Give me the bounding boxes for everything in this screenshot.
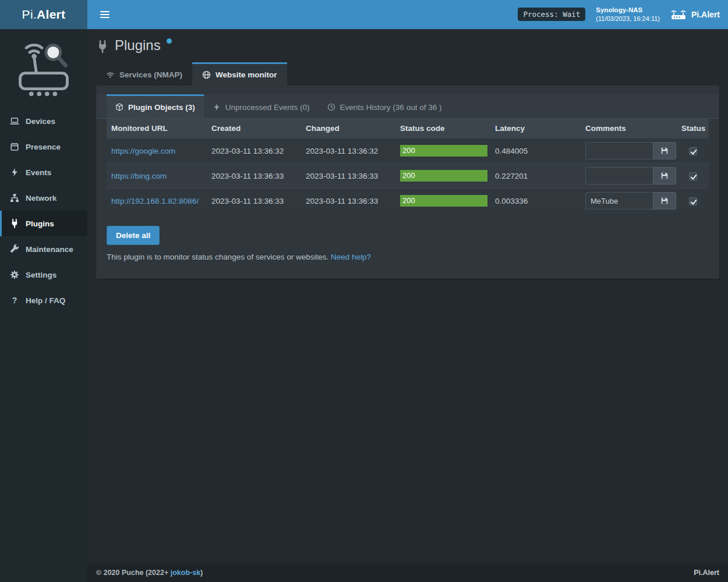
- page-title-text: Plugins: [115, 36, 161, 54]
- clock-icon: [327, 103, 335, 111]
- need-help-link[interactable]: Need help?: [331, 253, 371, 261]
- sidebar-item-presence[interactable]: Presence: [0, 134, 87, 159]
- sidebar-item-label: Maintenance: [26, 245, 73, 254]
- navbar-right: Process: Wait Synology-NAS (11/03/2023, …: [518, 5, 720, 24]
- sidebar-item-label: Plugins: [26, 219, 54, 228]
- host-timestamp: (11/03/2023, 16:24:11): [596, 15, 660, 24]
- sidebar-item-label: Settings: [26, 271, 56, 279]
- tab-events-history[interactable]: Events History (36 out of 36 ): [319, 94, 451, 118]
- bolt-icon: [213, 103, 221, 111]
- plugin-tabs: Services (NMAP) Website monitor: [96, 62, 719, 86]
- tab-unprocessed-events[interactable]: Unprocessed Events (0): [204, 94, 319, 118]
- brand-logo: Pi.Alert: [0, 0, 87, 29]
- latency-cell: 0.227201: [490, 164, 581, 189]
- author-link[interactable]: jokob-sk: [171, 569, 200, 577]
- footer-app-name: Pi.Alert: [694, 569, 719, 577]
- website-monitor-panel: Plugin Objects (3) Unprocessed Events (0…: [96, 86, 719, 279]
- menu-icon: [100, 11, 109, 12]
- monitored-url-link[interactable]: http://192.168.1.82:8086/: [111, 197, 199, 205]
- sidebar-item-network[interactable]: Network: [0, 185, 87, 211]
- info-badge-icon[interactable]: [167, 38, 172, 44]
- save-comment-button[interactable]: [653, 192, 676, 210]
- comment-input[interactable]: [585, 142, 653, 159]
- bolt-icon: [10, 168, 19, 177]
- plugin-row: https://bing.com 2023-03-11 13:36:33 202…: [107, 164, 709, 189]
- plug-icon: [10, 219, 19, 228]
- tab-website-monitor[interactable]: Website monitor: [192, 62, 287, 86]
- sidebar-toggle-button[interactable]: [96, 6, 114, 23]
- status-code-bar: 200: [400, 145, 487, 157]
- col-created: Created: [207, 119, 301, 139]
- status-checkbox[interactable]: [689, 147, 697, 155]
- host-name: Synology-NAS: [596, 5, 660, 15]
- sidebar-item-label: Help / FAQ: [26, 296, 65, 305]
- tab-label: Plugin Objects (3): [128, 103, 195, 112]
- col-latency: Latency: [490, 119, 581, 139]
- col-comments: Comments: [581, 119, 677, 139]
- comment-input[interactable]: [585, 192, 653, 210]
- status-checkbox[interactable]: [689, 197, 697, 205]
- top-bar: Pi.Alert Process: Wait Synology-NAS (11/…: [0, 0, 728, 29]
- table-header-row: Monitored URL Created Changed Status cod…: [107, 119, 709, 139]
- save-icon: [660, 172, 669, 180]
- footer-copyright: © 2020 Puche (2022+ jokob-sk): [96, 569, 203, 577]
- gear-icon: [10, 270, 19, 279]
- tab-label: Events History (36 out of 36 ): [340, 103, 442, 112]
- sidebar-item-events[interactable]: Events: [0, 159, 87, 185]
- sidebar-item-settings[interactable]: Settings: [0, 262, 87, 288]
- sidebar-item-label: Presence: [26, 143, 61, 151]
- changed-cell: 2023-03-11 13:36:33: [301, 189, 395, 214]
- status-code-bar: 200: [400, 195, 487, 207]
- host-info: Synology-NAS (11/03/2023, 16:24:11): [596, 5, 660, 24]
- sidebar-item-maintenance[interactable]: Maintenance: [0, 236, 87, 262]
- col-status: Status: [677, 119, 709, 139]
- brand-pi: Pi.: [22, 8, 37, 22]
- save-comment-button[interactable]: [653, 167, 676, 184]
- sidebar-item-label: Devices: [26, 117, 55, 126]
- monitored-url-link[interactable]: https://google.com: [111, 147, 175, 155]
- created-cell: 2023-03-11 13:36:32: [207, 139, 301, 164]
- delete-all-button[interactable]: Delete all: [107, 226, 160, 245]
- sidebar: Devices Presence Events Network Plugins …: [0, 29, 87, 582]
- created-cell: 2023-03-11 13:36:33: [207, 164, 301, 189]
- app-name: Pi.Alert: [691, 10, 720, 19]
- sidebar-menu: Devices Presence Events Network Plugins …: [0, 108, 87, 313]
- tab-label: Unprocessed Events (0): [225, 103, 310, 112]
- sidebar-item-label: Events: [26, 168, 51, 177]
- plug-icon: [96, 40, 109, 53]
- save-comment-button[interactable]: [653, 142, 676, 159]
- plugin-description-text: This plugin is to monitor status changes…: [107, 253, 328, 261]
- brand-alert: Alert: [37, 8, 65, 22]
- footer: © 2020 Puche (2022+ jokob-sk) Pi.Alert: [87, 563, 728, 582]
- col-monitored-url: Monitored URL: [107, 119, 207, 139]
- app-link[interactable]: Pi.Alert: [670, 9, 720, 20]
- tab-services-nmap[interactable]: Services (NMAP): [96, 62, 192, 86]
- sidebar-item-plugins[interactable]: Plugins: [0, 211, 87, 236]
- cube-icon: [115, 103, 123, 111]
- sidebar-item-label: Network: [26, 194, 56, 203]
- plugin-row: http://192.168.1.82:8086/ 2023-03-11 13:…: [107, 189, 709, 214]
- process-status-badge: Process: Wait: [518, 8, 585, 21]
- plugin-objects-table: Monitored URL Created Changed Status cod…: [107, 119, 709, 213]
- router-icon: [670, 9, 687, 20]
- status-checkbox[interactable]: [689, 172, 697, 180]
- created-cell: 2023-03-11 13:36:33: [207, 189, 301, 214]
- comment-input-group: [585, 142, 676, 159]
- tab-plugin-objects[interactable]: Plugin Objects (3): [107, 94, 204, 118]
- comment-input[interactable]: [585, 167, 653, 184]
- tab-label: Services (NMAP): [119, 70, 182, 79]
- copyright-suffix: ): [200, 569, 203, 577]
- sidebar-item-devices[interactable]: Devices: [0, 108, 87, 134]
- tab-label: Website monitor: [215, 70, 277, 79]
- monitored-url-link[interactable]: https://bing.com: [111, 172, 167, 180]
- save-icon: [660, 147, 669, 155]
- col-status-code: Status code: [395, 119, 490, 139]
- comment-input-group: [585, 192, 676, 210]
- panel-tabs: Plugin Objects (3) Unprocessed Events (0…: [96, 94, 719, 119]
- wifi-icon: [106, 70, 115, 79]
- sidebar-item-help-faq[interactable]: ? Help / FAQ: [0, 288, 87, 313]
- calendar-icon: [10, 142, 19, 151]
- question-icon: ?: [10, 296, 19, 305]
- plugin-row: https://google.com 2023-03-11 13:36:32 2…: [107, 139, 709, 164]
- router-magnifier-icon: [13, 37, 75, 99]
